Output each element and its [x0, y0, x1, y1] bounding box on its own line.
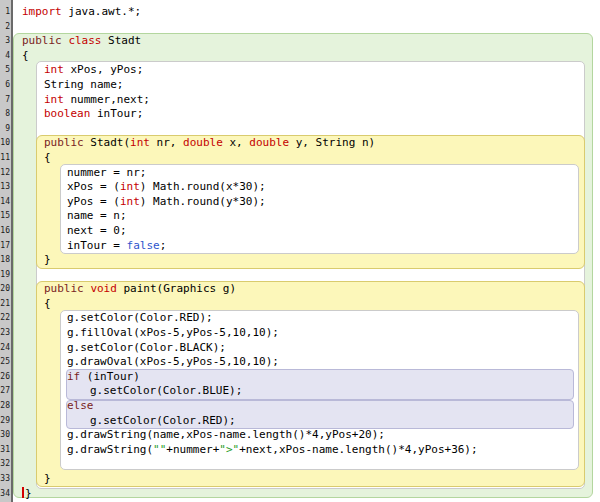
code-line-29[interactable]: g.setColor(Color.RED);: [13, 414, 600, 429]
code-line-21[interactable]: {: [13, 297, 600, 312]
line-number: 23: [0, 326, 11, 341]
code-line-5[interactable]: int xPos, yPos;: [13, 63, 600, 78]
code-token: {: [22, 49, 29, 62]
code-line-30[interactable]: g.drawString(name,xPos-name.length()*4,y…: [13, 428, 600, 443]
code-line-8[interactable]: boolean inTour;: [13, 107, 600, 122]
code-token: nummer = nr;: [67, 166, 146, 179]
line-number-gutter: 1234567891011121314151617181920212223242…: [0, 0, 13, 502]
line-number: 19: [0, 268, 11, 283]
code-token: import: [22, 5, 62, 18]
code-line-11[interactable]: {: [13, 151, 600, 166]
code-area[interactable]: import java.awt.*;public class Stadt{int…: [13, 0, 600, 502]
line-number: 3: [0, 34, 11, 49]
line-number: 12: [0, 166, 11, 181]
code-token: (inTour): [80, 370, 140, 383]
code-token: g.setColor(Color.BLACK);: [67, 341, 226, 354]
line-number: 34: [0, 487, 11, 502]
line-number: 33: [0, 472, 11, 487]
code-token: g.fillOval(xPos-5,yPos-5,10,10);: [67, 326, 279, 339]
code-lines: import java.awt.*;public class Stadt{int…: [13, 0, 600, 502]
code-token: public: [22, 34, 62, 47]
code-token: false: [127, 239, 160, 252]
line-number: 10: [0, 136, 11, 151]
line-number: 16: [0, 224, 11, 239]
code-token: }: [25, 487, 32, 500]
code-line-6[interactable]: String name;: [13, 78, 600, 93]
code-line-27[interactable]: g.setColor(Color.BLUE);: [13, 384, 600, 399]
code-token: String name;: [44, 78, 123, 91]
code-line-10[interactable]: public Stadt(int nr, double x, double y,…: [13, 136, 600, 151]
line-number: 13: [0, 180, 11, 195]
text-caret: [22, 487, 24, 498]
code-line-23[interactable]: g.fillOval(xPos-5,yPos-5,10,10);: [13, 326, 600, 341]
code-token: name = n;: [67, 209, 127, 222]
line-number: 5: [0, 63, 11, 78]
code-line-14[interactable]: yPos = (int) Math.round(y*30);: [13, 195, 600, 210]
bluej-editor-window: { "app": { "type": "code-editor", "langu…: [0, 0, 600, 502]
line-number: 14: [0, 195, 11, 210]
code-token: inTour =: [67, 239, 127, 252]
code-token: java.awt.*;: [62, 5, 141, 18]
code-token: g.drawString(name,xPos-name.length()*4,y…: [67, 428, 385, 441]
code-line-16[interactable]: next = 0;: [13, 224, 600, 239]
code-line-33[interactable]: }: [13, 472, 600, 487]
line-number: 21: [0, 297, 11, 312]
code-line-28[interactable]: else: [13, 399, 600, 414]
code-token: Stadt: [102, 34, 142, 47]
code-line-19[interactable]: [13, 268, 600, 283]
code-token: int: [120, 195, 140, 208]
code-line-22[interactable]: g.setColor(Color.RED);: [13, 311, 600, 326]
line-number: 18: [0, 253, 11, 268]
code-line-9[interactable]: [13, 122, 600, 137]
code-token: Stadt(: [84, 136, 130, 149]
code-line-3[interactable]: public class Stadt: [13, 34, 600, 49]
code-line-24[interactable]: g.setColor(Color.BLACK);: [13, 341, 600, 356]
line-number: 28: [0, 399, 11, 414]
code-line-34[interactable]: }: [13, 487, 600, 502]
code-token: int: [44, 93, 64, 106]
line-number: 15: [0, 209, 11, 224]
code-line-18[interactable]: }: [13, 253, 600, 268]
line-number: 31: [0, 443, 11, 458]
code-line-13[interactable]: xPos = (int) Math.round(x*30);: [13, 180, 600, 195]
code-token: {: [44, 297, 51, 310]
code-token: ) Math.round(y*30);: [140, 195, 266, 208]
line-number: 25: [0, 355, 11, 370]
code-line-17[interactable]: inTour = false;: [13, 239, 600, 254]
code-token: +next,xPos-name.length()*4,yPos+36);: [239, 443, 477, 456]
code-token: }: [44, 253, 51, 266]
code-line-20[interactable]: public void paint(Graphics g): [13, 282, 600, 297]
line-number: 24: [0, 341, 11, 356]
code-line-25[interactable]: g.drawOval(xPos-5,yPos-5,10,10);: [13, 355, 600, 370]
code-line-7[interactable]: int nummer,next;: [13, 93, 600, 108]
code-token: ">": [219, 443, 239, 456]
code-token: else: [67, 399, 94, 412]
line-number: 20: [0, 282, 11, 297]
line-number: 8: [0, 107, 11, 122]
code-token: g.setColor(Color.BLUE);: [90, 384, 242, 397]
code-token: "": [153, 443, 166, 456]
code-token: int: [44, 63, 64, 76]
code-line-31[interactable]: g.drawString(""+nummer+">"+next,xPos-nam…: [13, 443, 600, 458]
code-line-26[interactable]: if (inTour): [13, 370, 600, 385]
code-line-4[interactable]: {: [13, 49, 600, 64]
code-token: ) Math.round(x*30);: [140, 180, 266, 193]
code-line-12[interactable]: nummer = nr;: [13, 166, 600, 181]
line-number: 6: [0, 78, 11, 93]
code-token: +nummer+: [166, 443, 219, 456]
code-token: g.setColor(Color.RED);: [67, 311, 213, 324]
line-number: 17: [0, 239, 11, 254]
code-token: {: [44, 151, 51, 164]
code-line-32[interactable]: [13, 457, 600, 472]
code-token: g.drawString(: [67, 443, 153, 456]
code-token: next = 0;: [67, 224, 127, 237]
code-token: boolean: [44, 107, 90, 120]
code-line-1[interactable]: import java.awt.*;: [13, 5, 600, 20]
code-token: if: [67, 370, 80, 383]
code-line-2[interactable]: [13, 20, 600, 35]
code-token: paint(Graphics g): [117, 282, 236, 295]
code-token: double: [183, 136, 223, 149]
code-line-15[interactable]: name = n;: [13, 209, 600, 224]
line-number: 22: [0, 311, 11, 326]
code-token: public: [44, 282, 84, 295]
